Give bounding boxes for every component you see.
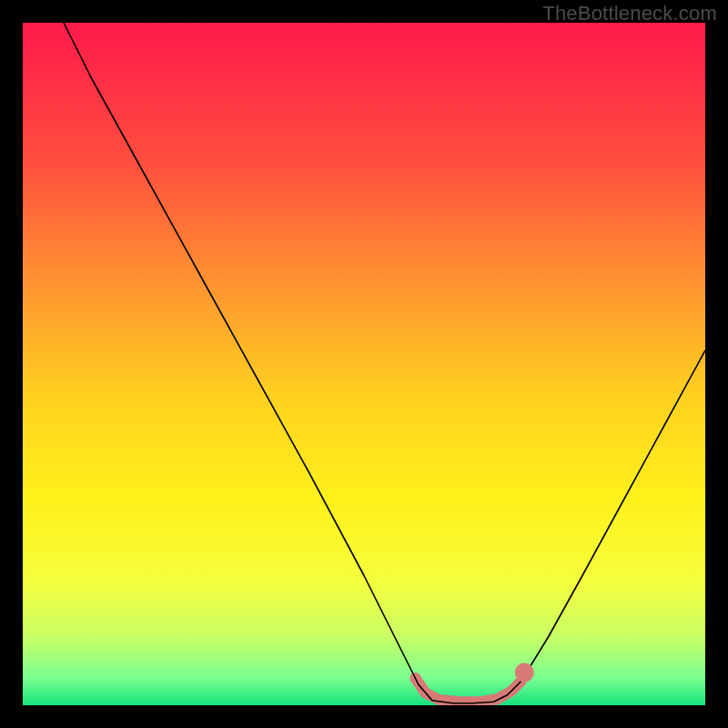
chart-background: [23, 23, 705, 705]
attribution-label: TheBottleneck.com: [542, 2, 717, 25]
chart-plot-area: [23, 23, 705, 705]
marker-dot: [515, 662, 534, 682]
chart-svg: [23, 23, 705, 705]
chart-frame: TheBottleneck.com: [0, 0, 728, 728]
